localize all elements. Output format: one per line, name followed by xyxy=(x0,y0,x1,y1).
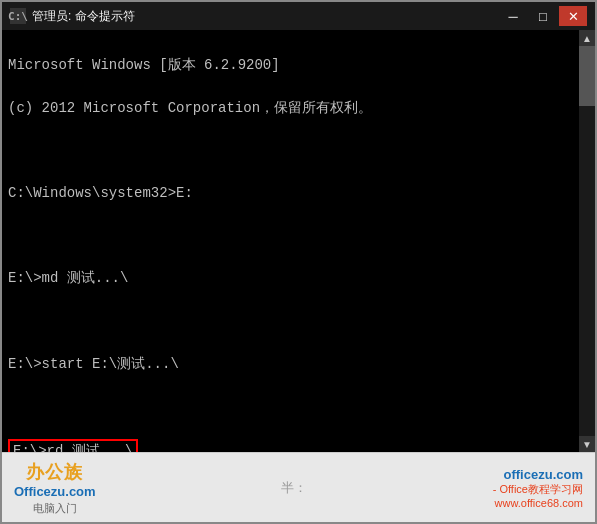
highlighted-command: E:\>rd 测试...\ xyxy=(8,439,138,452)
logo-bottom: Officezu.com xyxy=(14,484,96,499)
console-line-10: E:\>rd 测试...\ xyxy=(8,439,573,452)
logo-prefix: 办公 xyxy=(26,462,64,482)
console-line-6: E:\>md 测试...\ xyxy=(8,268,573,290)
minimize-button[interactable]: ─ xyxy=(499,6,527,26)
console-output[interactable]: Microsoft Windows [版本 6.2.9200] (c) 2012… xyxy=(2,30,579,452)
watermark-center: 半： xyxy=(281,479,307,497)
title-bar-left: C:\ 管理员: 命令提示符 xyxy=(10,8,135,25)
site-url-3: www.office68.com xyxy=(495,497,583,509)
watermark-right: officezu.com - Office教程学习网 www.office68.… xyxy=(493,467,583,509)
watermark-sub-left: 电脑入门 xyxy=(33,501,77,516)
scrollbar-track[interactable] xyxy=(579,46,595,436)
console-line-4: C:\Windows\system32>E: xyxy=(8,183,573,205)
scrollbar-thumb[interactable] xyxy=(579,46,595,106)
scroll-down-arrow[interactable]: ▼ xyxy=(579,436,595,452)
site-url-1: officezu.com xyxy=(504,467,583,482)
console-line-7 xyxy=(8,311,573,333)
console-line-3 xyxy=(8,140,573,162)
console-line-9 xyxy=(8,397,573,419)
logo-suffix: 族 xyxy=(64,462,83,482)
cmd-icon: C:\ xyxy=(10,8,26,24)
watermark-bar: 办公族 Officezu.com 电脑入门 半： officezu.com - … xyxy=(2,452,595,522)
title-bar: C:\ 管理员: 命令提示符 ─ □ ✕ xyxy=(2,2,595,30)
maximize-button[interactable]: □ xyxy=(529,6,557,26)
site-label-2: - Office教程学习网 xyxy=(493,482,583,497)
console-line-2: (c) 2012 Microsoft Corporation，保留所有权利。 xyxy=(8,98,573,120)
window-controls: ─ □ ✕ xyxy=(499,6,587,26)
console-area: Microsoft Windows [版本 6.2.9200] (c) 2012… xyxy=(2,30,595,452)
close-button[interactable]: ✕ xyxy=(559,6,587,26)
logo-top: 办公族 xyxy=(26,460,83,484)
half-text: 半： xyxy=(281,479,307,497)
window-title: 管理员: 命令提示符 xyxy=(32,8,135,25)
console-line-1: Microsoft Windows [版本 6.2.9200] xyxy=(8,55,573,77)
console-line-8: E:\>start E:\测试...\ xyxy=(8,354,573,376)
scroll-up-arrow[interactable]: ▲ xyxy=(579,30,595,46)
console-line-5 xyxy=(8,226,573,248)
cmd-window: C:\ 管理员: 命令提示符 ─ □ ✕ Microsoft Windows [… xyxy=(0,0,597,524)
watermark-left: 办公族 Officezu.com 电脑入门 xyxy=(14,460,96,516)
scrollbar[interactable]: ▲ ▼ xyxy=(579,30,595,452)
